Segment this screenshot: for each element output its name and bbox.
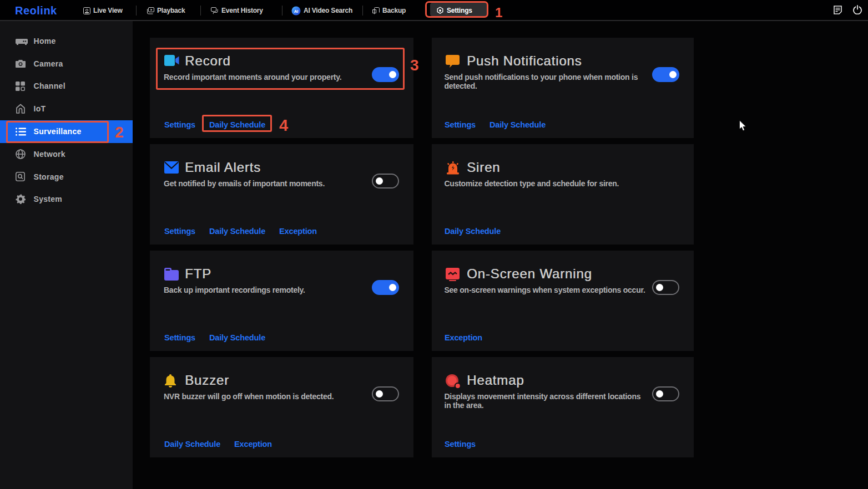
svg-text:AI: AI [294, 8, 299, 13]
